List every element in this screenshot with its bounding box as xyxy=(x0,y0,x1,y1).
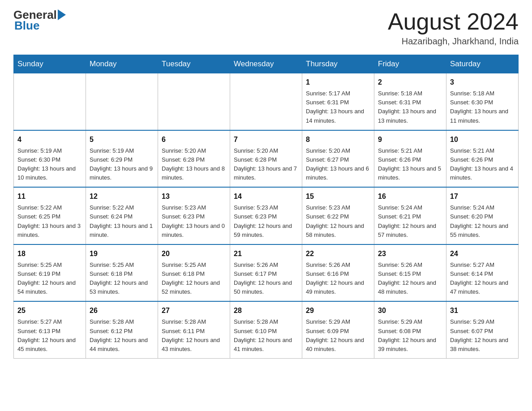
calendar-cell xyxy=(230,73,302,130)
day-info: Sunrise: 5:28 AM Sunset: 6:10 PM Dayligh… xyxy=(234,317,298,354)
day-info: Sunrise: 5:17 AM Sunset: 6:31 PM Dayligh… xyxy=(306,89,370,125)
day-number: 8 xyxy=(306,134,370,145)
day-number: 21 xyxy=(234,248,298,259)
day-info: Sunrise: 5:20 AM Sunset: 6:27 PM Dayligh… xyxy=(306,146,370,183)
day-number: 10 xyxy=(450,134,515,145)
day-of-week-header: Tuesday xyxy=(158,55,230,73)
day-number: 24 xyxy=(450,248,515,259)
day-info: Sunrise: 5:20 AM Sunset: 6:28 PM Dayligh… xyxy=(234,146,298,183)
day-of-week-header: Sunday xyxy=(14,55,86,73)
calendar-cell: 15Sunrise: 5:23 AM Sunset: 6:22 PM Dayli… xyxy=(302,187,374,244)
day-number: 11 xyxy=(17,191,82,202)
calendar-cell xyxy=(14,73,86,130)
calendar-cell: 4Sunrise: 5:19 AM Sunset: 6:30 PM Daylig… xyxy=(14,130,86,188)
day-number: 1 xyxy=(306,77,370,88)
day-info: Sunrise: 5:24 AM Sunset: 6:20 PM Dayligh… xyxy=(450,203,515,240)
calendar-cell: 14Sunrise: 5:23 AM Sunset: 6:23 PM Dayli… xyxy=(230,187,302,244)
day-number: 7 xyxy=(234,134,298,145)
day-info: Sunrise: 5:23 AM Sunset: 6:22 PM Dayligh… xyxy=(306,203,370,240)
calendar-cell: 9Sunrise: 5:21 AM Sunset: 6:26 PM Daylig… xyxy=(374,130,446,188)
calendar-cell: 6Sunrise: 5:20 AM Sunset: 6:28 PM Daylig… xyxy=(158,130,230,188)
day-info: Sunrise: 5:20 AM Sunset: 6:28 PM Dayligh… xyxy=(162,146,226,183)
calendar-cell: 22Sunrise: 5:26 AM Sunset: 6:16 PM Dayli… xyxy=(302,244,374,302)
day-info: Sunrise: 5:29 AM Sunset: 6:07 PM Dayligh… xyxy=(450,317,515,354)
day-number: 9 xyxy=(378,134,442,145)
calendar-cell xyxy=(86,73,158,130)
day-number: 12 xyxy=(90,191,154,202)
day-number: 13 xyxy=(162,191,226,202)
page-header: General► Blue August 2024 Hazaribagh, Jh… xyxy=(13,9,519,47)
day-info: Sunrise: 5:25 AM Sunset: 6:19 PM Dayligh… xyxy=(17,261,82,297)
calendar-cell: 8Sunrise: 5:20 AM Sunset: 6:27 PM Daylig… xyxy=(302,130,374,188)
logo-arrow: ► xyxy=(58,9,66,20)
day-info: Sunrise: 5:23 AM Sunset: 6:23 PM Dayligh… xyxy=(162,203,226,240)
calendar-header-row: SundayMondayTuesdayWednesdayThursdayFrid… xyxy=(14,55,519,73)
day-info: Sunrise: 5:19 AM Sunset: 6:30 PM Dayligh… xyxy=(17,146,82,183)
calendar-cell: 26Sunrise: 5:28 AM Sunset: 6:12 PM Dayli… xyxy=(86,301,158,358)
day-info: Sunrise: 5:21 AM Sunset: 6:26 PM Dayligh… xyxy=(450,146,515,183)
calendar-cell: 1Sunrise: 5:17 AM Sunset: 6:31 PM Daylig… xyxy=(302,73,374,130)
calendar-cell: 10Sunrise: 5:21 AM Sunset: 6:26 PM Dayli… xyxy=(446,130,519,188)
day-number: 5 xyxy=(90,134,154,145)
logo-blue-row: Blue xyxy=(13,20,39,31)
day-info: Sunrise: 5:18 AM Sunset: 6:31 PM Dayligh… xyxy=(378,89,442,125)
day-of-week-header: Monday xyxy=(86,55,158,73)
logo: General► Blue xyxy=(13,9,66,31)
day-info: Sunrise: 5:18 AM Sunset: 6:30 PM Dayligh… xyxy=(450,89,515,125)
calendar-week-row: 11Sunrise: 5:22 AM Sunset: 6:25 PM Dayli… xyxy=(14,187,519,244)
day-number: 23 xyxy=(378,248,442,259)
day-number: 26 xyxy=(90,305,154,316)
day-number: 14 xyxy=(234,191,298,202)
calendar-cell: 2Sunrise: 5:18 AM Sunset: 6:31 PM Daylig… xyxy=(374,73,446,130)
day-info: Sunrise: 5:26 AM Sunset: 6:15 PM Dayligh… xyxy=(378,261,442,297)
calendar-cell: 24Sunrise: 5:27 AM Sunset: 6:14 PM Dayli… xyxy=(446,244,519,302)
day-number: 16 xyxy=(378,191,442,202)
calendar-cell: 21Sunrise: 5:26 AM Sunset: 6:17 PM Dayli… xyxy=(230,244,302,302)
day-number: 15 xyxy=(306,191,370,202)
day-info: Sunrise: 5:29 AM Sunset: 6:08 PM Dayligh… xyxy=(378,317,442,354)
day-number: 6 xyxy=(162,134,226,145)
calendar-cell: 28Sunrise: 5:28 AM Sunset: 6:10 PM Dayli… xyxy=(230,301,302,358)
calendar-cell: 23Sunrise: 5:26 AM Sunset: 6:15 PM Dayli… xyxy=(374,244,446,302)
day-info: Sunrise: 5:25 AM Sunset: 6:18 PM Dayligh… xyxy=(162,261,226,297)
day-info: Sunrise: 5:25 AM Sunset: 6:18 PM Dayligh… xyxy=(90,261,154,297)
calendar-cell: 16Sunrise: 5:24 AM Sunset: 6:21 PM Dayli… xyxy=(374,187,446,244)
calendar-cell xyxy=(158,73,230,130)
calendar-cell: 29Sunrise: 5:29 AM Sunset: 6:09 PM Dayli… xyxy=(302,301,374,358)
calendar-cell: 19Sunrise: 5:25 AM Sunset: 6:18 PM Dayli… xyxy=(86,244,158,302)
day-info: Sunrise: 5:26 AM Sunset: 6:16 PM Dayligh… xyxy=(306,261,370,297)
day-info: Sunrise: 5:19 AM Sunset: 6:29 PM Dayligh… xyxy=(90,146,154,183)
calendar-week-row: 25Sunrise: 5:27 AM Sunset: 6:13 PM Dayli… xyxy=(14,301,519,358)
day-of-week-header: Wednesday xyxy=(230,55,302,73)
day-number: 2 xyxy=(378,77,442,88)
day-number: 31 xyxy=(450,305,515,316)
calendar-cell: 31Sunrise: 5:29 AM Sunset: 6:07 PM Dayli… xyxy=(446,301,519,358)
day-of-week-header: Thursday xyxy=(302,55,374,73)
day-number: 27 xyxy=(162,305,226,316)
calendar-week-row: 1Sunrise: 5:17 AM Sunset: 6:31 PM Daylig… xyxy=(14,73,519,130)
day-number: 25 xyxy=(17,305,82,316)
day-info: Sunrise: 5:27 AM Sunset: 6:14 PM Dayligh… xyxy=(450,261,515,297)
calendar-cell: 11Sunrise: 5:22 AM Sunset: 6:25 PM Dayli… xyxy=(14,187,86,244)
calendar-cell: 5Sunrise: 5:19 AM Sunset: 6:29 PM Daylig… xyxy=(86,130,158,188)
day-info: Sunrise: 5:22 AM Sunset: 6:24 PM Dayligh… xyxy=(90,203,154,240)
day-number: 18 xyxy=(17,248,82,259)
calendar-location: Hazaribagh, Jharkhand, India xyxy=(388,36,519,47)
day-info: Sunrise: 5:26 AM Sunset: 6:17 PM Dayligh… xyxy=(234,261,298,297)
day-number: 17 xyxy=(450,191,515,202)
day-of-week-header: Friday xyxy=(374,55,446,73)
day-number: 30 xyxy=(378,305,442,316)
calendar-cell: 18Sunrise: 5:25 AM Sunset: 6:19 PM Dayli… xyxy=(14,244,86,302)
day-number: 20 xyxy=(162,248,226,259)
calendar-week-row: 18Sunrise: 5:25 AM Sunset: 6:19 PM Dayli… xyxy=(14,244,519,302)
day-info: Sunrise: 5:21 AM Sunset: 6:26 PM Dayligh… xyxy=(378,146,442,183)
calendar-cell: 20Sunrise: 5:25 AM Sunset: 6:18 PM Dayli… xyxy=(158,244,230,302)
calendar-cell: 12Sunrise: 5:22 AM Sunset: 6:24 PM Dayli… xyxy=(86,187,158,244)
day-number: 3 xyxy=(450,77,515,88)
logo-blue-text: Blue xyxy=(13,20,39,31)
day-of-week-header: Saturday xyxy=(446,55,519,73)
day-number: 4 xyxy=(17,134,82,145)
calendar-cell: 3Sunrise: 5:18 AM Sunset: 6:30 PM Daylig… xyxy=(446,73,519,130)
calendar-cell: 27Sunrise: 5:28 AM Sunset: 6:11 PM Dayli… xyxy=(158,301,230,358)
day-info: Sunrise: 5:23 AM Sunset: 6:23 PM Dayligh… xyxy=(234,203,298,240)
